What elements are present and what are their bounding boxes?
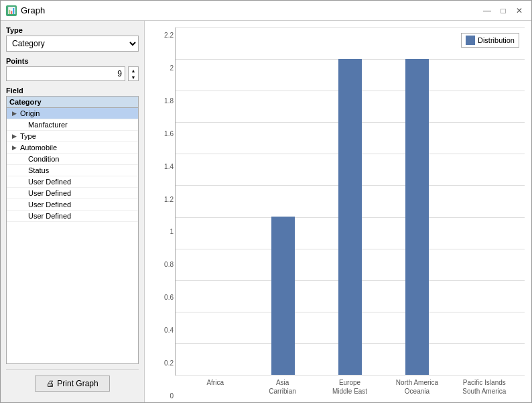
bar-group-asia <box>249 27 316 375</box>
window-body: Type Category Line Bar Pie Points ▲ ▼ <box>1 21 531 402</box>
tree-item-status-label: Status <box>28 166 49 174</box>
tree-item-user-defined-4[interactable]: User Defined <box>7 211 138 222</box>
tree-item-ud3-label: User Defined <box>28 200 71 209</box>
bottom-bar: 🖨 Print Graph <box>6 369 139 397</box>
tree-item-automobile[interactable]: ▶ Automobile <box>7 142 138 154</box>
title-bar: 📊 Graph — □ ✕ <box>1 1 531 21</box>
points-down-button[interactable]: ▼ <box>129 74 138 80</box>
tree-item-type-label: Type <box>20 132 36 140</box>
right-panel: Distribution 2.2 2 1.8 1.6 1.4 1.2 1 0.8… <box>145 21 531 402</box>
minimize-button[interactable]: — <box>480 4 494 17</box>
y-label-1-8: 1.8 <box>155 97 174 104</box>
bars-container <box>176 27 525 375</box>
tree-item-condition-label: Condition <box>28 155 59 163</box>
expand-arrow-type: ▶ <box>12 133 19 139</box>
tree-item-user-defined-1[interactable]: User Defined <box>7 176 138 188</box>
bar-group-europe <box>316 27 383 375</box>
bar-north-america <box>405 59 429 375</box>
type-section: Type Category Line Bar Pie <box>6 26 139 52</box>
tree-item-condition[interactable]: Condition <box>7 154 138 165</box>
y-label-1-4: 1.4 <box>155 162 174 170</box>
y-axis: 2.2 2 1.8 1.6 1.4 1.2 1 0.8 0.6 0.4 0.2 … <box>155 27 174 396</box>
type-label: Type <box>6 26 139 34</box>
y-label-0-2: 0.2 <box>155 359 174 367</box>
tree-header: Category <box>7 97 138 108</box>
x-label-africa: Africa <box>182 378 249 396</box>
tree-item-manufacturer-label: Manfacturer <box>28 121 68 129</box>
window-controls: — □ ✕ <box>480 4 526 17</box>
title-bar-left: 📊 Graph <box>6 5 45 16</box>
window-title: Graph <box>21 5 45 15</box>
y-label-0-4: 0.4 <box>155 327 174 334</box>
tree-item-automobile-label: Automobile <box>20 143 57 152</box>
maximize-button[interactable]: □ <box>496 4 510 17</box>
x-label-north-america: North AmericaOceania <box>383 378 450 396</box>
tree-item-status[interactable]: Status <box>7 165 138 176</box>
grid-line-bottom <box>176 375 525 376</box>
tree-item-origin[interactable]: ▶ Origin <box>7 108 138 119</box>
bar-europe <box>338 59 362 375</box>
y-label-1: 1 <box>155 228 174 235</box>
field-tree: Category ▶ Origin Manfacturer ▶ Type <box>6 96 139 364</box>
close-button[interactable]: ✕ <box>513 4 526 17</box>
left-panel: Type Category Line Bar Pie Points ▲ ▼ <box>1 21 145 402</box>
type-select[interactable]: Category Line Bar Pie <box>6 36 139 52</box>
tree-item-manufacturer[interactable]: Manfacturer <box>7 119 138 131</box>
expand-arrow-origin: ▶ <box>12 110 19 117</box>
x-labels: Africa AsiaCarribian EuropeMiddle East N… <box>175 378 525 396</box>
main-window: 📊 Graph — □ ✕ Type Category Line Bar Pie… <box>0 0 532 403</box>
print-graph-button[interactable]: 🖨 Print Graph <box>35 376 109 392</box>
y-label-2-2: 2.2 <box>155 32 174 39</box>
points-up-button[interactable]: ▲ <box>129 67 138 74</box>
window-icon: 📊 <box>6 5 17 16</box>
y-label-1-2: 1.2 <box>155 195 174 203</box>
y-label-2: 2 <box>155 64 174 71</box>
tree-item-user-defined-2[interactable]: User Defined <box>7 188 138 199</box>
chart-wrapper: 2.2 2 1.8 1.6 1.4 1.2 1 0.8 0.6 0.4 0.2 … <box>175 27 525 396</box>
points-input[interactable] <box>6 66 125 81</box>
y-label-1-6: 1.6 <box>155 129 174 137</box>
points-section: Points ▲ ▼ <box>6 57 139 81</box>
y-label-0-6: 0.6 <box>155 294 174 301</box>
bar-group-pacific <box>451 27 518 375</box>
tree-item-ud1-label: User Defined <box>28 178 71 186</box>
chart-container: Distribution 2.2 2 1.8 1.6 1.4 1.2 1 0.8… <box>151 27 525 396</box>
tree-item-origin-label: Origin <box>20 109 40 117</box>
tree-item-type[interactable]: ▶ Type <box>7 131 138 142</box>
bar-group-north-america <box>384 27 451 375</box>
print-graph-label: Print Graph <box>57 379 98 388</box>
tree-item-user-defined-3[interactable]: User Defined <box>7 199 138 211</box>
x-label-asia: AsiaCarribian <box>249 378 316 396</box>
y-label-0: 0 <box>155 392 174 399</box>
field-section: Field Category ▶ Origin Manfacturer ▶ Ty… <box>6 87 139 364</box>
x-label-europe: EuropeMiddle East <box>316 378 383 396</box>
points-spinner: ▲ ▼ <box>128 66 139 81</box>
printer-icon: 🖨 <box>46 379 54 388</box>
chart-inner <box>175 27 525 376</box>
x-label-pacific: Pacific IslandsSouth America <box>451 378 518 396</box>
field-label: Field <box>6 87 139 95</box>
expand-arrow-automobile: ▶ <box>12 144 19 151</box>
tree-item-ud4-label: User Defined <box>28 212 71 220</box>
bar-asia <box>271 217 295 375</box>
points-row: ▲ ▼ <box>6 66 139 81</box>
y-label-0-8: 0.8 <box>155 261 174 268</box>
tree-item-ud2-label: User Defined <box>28 189 71 197</box>
bar-group-africa <box>182 27 249 375</box>
points-label: Points <box>6 57 139 65</box>
